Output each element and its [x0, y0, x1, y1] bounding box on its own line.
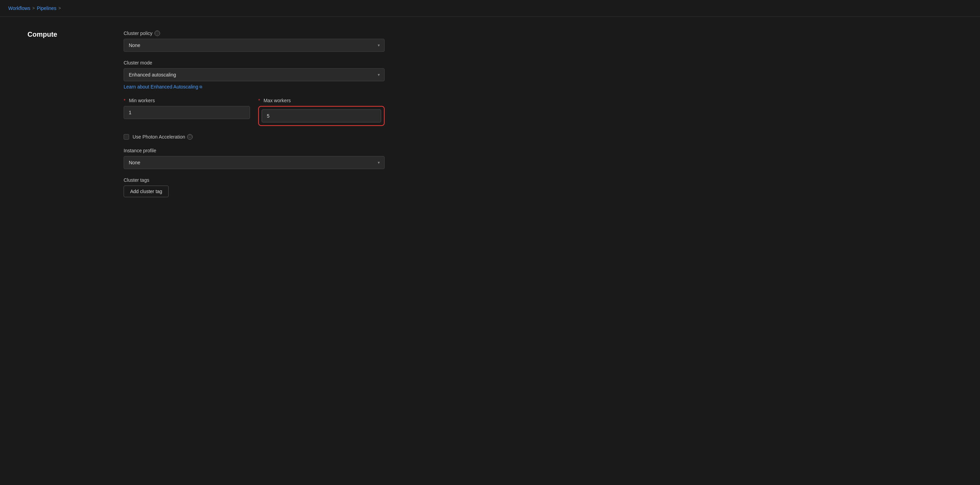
main-content: Compute Cluster policy ⓘ None ▾ Cluster … — [0, 17, 481, 211]
min-workers-group: * Min workers — [124, 98, 250, 126]
instance-profile-label: Instance profile — [124, 148, 385, 153]
min-workers-label: * Min workers — [124, 98, 250, 103]
photon-group: Use Photon Acceleration ⓘ — [124, 134, 385, 139]
cluster-mode-select-wrapper: Enhanced autoscaling ▾ — [124, 68, 385, 81]
form-area: Cluster policy ⓘ None ▾ Cluster mode Enh… — [124, 30, 385, 197]
breadcrumb-separator-1: > — [32, 6, 35, 11]
photon-checkbox[interactable] — [124, 134, 129, 139]
breadcrumb-pipelines[interactable]: Pipelines — [37, 5, 56, 11]
photon-checkbox-row: Use Photon Acceleration ⓘ — [124, 134, 385, 139]
add-cluster-tag-button[interactable]: Add cluster tag — [124, 185, 169, 197]
cluster-policy-select[interactable]: None — [124, 39, 385, 52]
instance-profile-group: Instance profile None ▾ — [124, 148, 385, 169]
photon-label[interactable]: Use Photon Acceleration ⓘ — [132, 134, 192, 139]
cluster-tags-buttons: Add cluster tag — [124, 185, 385, 197]
cluster-policy-select-wrapper: None ▾ — [124, 39, 385, 52]
breadcrumb-separator-2: > — [58, 6, 61, 11]
learn-autoscaling-link[interactable]: Learn about Enhanced Autoscaling ⧉ — [124, 84, 385, 90]
workers-row: * Min workers * Max workers — [124, 98, 385, 126]
max-workers-group: * Max workers — [258, 98, 385, 126]
external-link-icon: ⧉ — [199, 85, 202, 89]
cluster-mode-group: Cluster mode Enhanced autoscaling ▾ Lear… — [124, 60, 385, 90]
instance-profile-select-wrapper: None ▾ — [124, 156, 385, 169]
breadcrumb: Workflows > Pipelines > — [0, 0, 980, 16]
cluster-policy-info-icon[interactable]: ⓘ — [154, 30, 160, 36]
cluster-tags-label: Cluster tags — [124, 178, 385, 183]
cluster-mode-select[interactable]: Enhanced autoscaling — [124, 68, 385, 81]
min-workers-input[interactable] — [124, 106, 250, 119]
cluster-policy-label: Cluster policy ⓘ — [124, 30, 385, 36]
max-workers-label: * Max workers — [258, 98, 385, 103]
breadcrumb-workflows[interactable]: Workflows — [8, 5, 30, 11]
cluster-policy-group: Cluster policy ⓘ None ▾ — [124, 30, 385, 52]
min-workers-required-star: * — [124, 98, 125, 103]
photon-info-icon[interactable]: ⓘ — [187, 134, 192, 139]
max-workers-input[interactable] — [262, 109, 381, 122]
cluster-mode-label: Cluster mode — [124, 60, 385, 65]
max-workers-required-star: * — [258, 98, 260, 103]
max-workers-highlight-wrapper — [258, 106, 385, 126]
section-title: Compute — [27, 30, 96, 197]
cluster-tags-group: Cluster tags Add cluster tag — [124, 178, 385, 197]
instance-profile-select[interactable]: None — [124, 156, 385, 169]
